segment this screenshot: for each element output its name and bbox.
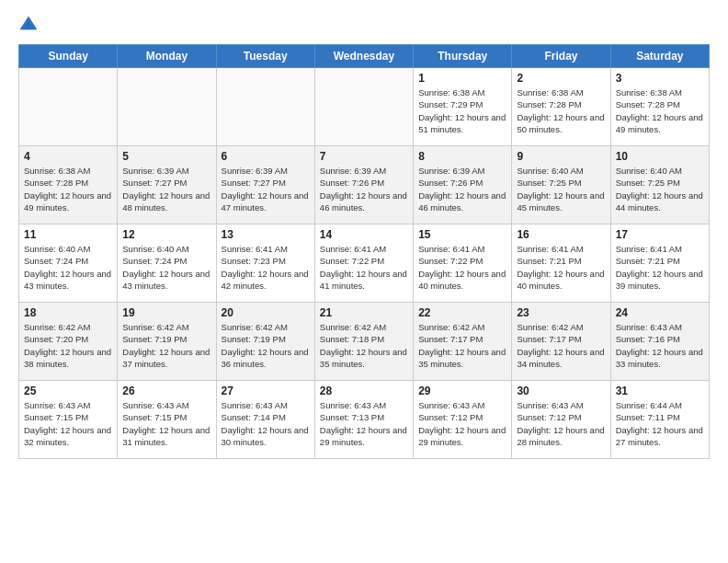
day-info: Sunrise: 6:42 AMSunset: 7:17 PMDaylight:… [517,321,605,370]
calendar-week-row: 18Sunrise: 6:42 AMSunset: 7:20 PMDayligh… [19,303,710,381]
calendar-cell: 18Sunrise: 6:42 AMSunset: 7:20 PMDayligh… [19,303,118,381]
calendar-cell: 20Sunrise: 6:42 AMSunset: 7:19 PMDayligh… [216,303,314,381]
calendar-cell: 21Sunrise: 6:42 AMSunset: 7:18 PMDayligh… [314,303,413,381]
day-header-friday: Friday [512,45,610,68]
day-info: Sunrise: 6:43 AMSunset: 7:15 PMDaylight:… [122,399,210,448]
calendar-cell: 11Sunrise: 6:40 AMSunset: 7:24 PMDayligh… [19,224,118,303]
day-number: 3 [616,72,704,85]
calendar-table: SundayMondayTuesdayWednesdayThursdayFrid… [18,44,710,459]
logo-icon [18,15,39,35]
day-number: 17 [616,228,704,241]
day-number: 24 [616,306,704,319]
calendar-cell: 25Sunrise: 6:43 AMSunset: 7:15 PMDayligh… [19,381,118,459]
day-info: Sunrise: 6:43 AMSunset: 7:13 PMDaylight:… [320,399,408,448]
calendar-cell: 14Sunrise: 6:41 AMSunset: 7:22 PMDayligh… [314,224,413,303]
day-number: 28 [320,385,408,397]
day-number: 8 [418,150,506,163]
day-number: 25 [24,385,112,397]
day-number: 14 [320,228,408,241]
day-info: Sunrise: 6:40 AMSunset: 7:25 PMDaylight:… [616,165,704,213]
logo [18,15,42,35]
day-info: Sunrise: 6:41 AMSunset: 7:22 PMDaylight:… [418,243,506,292]
day-header-thursday: Thursday [414,45,512,68]
page: SundayMondayTuesdayWednesdayThursdayFrid… [0,0,728,474]
day-info: Sunrise: 6:43 AMSunset: 7:12 PMDaylight:… [517,399,605,448]
day-info: Sunrise: 6:39 AMSunset: 7:26 PMDaylight:… [320,165,408,213]
day-number: 1 [418,72,506,85]
day-info: Sunrise: 6:42 AMSunset: 7:18 PMDaylight:… [320,321,408,370]
day-number: 15 [418,228,506,241]
calendar-cell: 12Sunrise: 6:40 AMSunset: 7:24 PMDayligh… [118,224,216,303]
day-header-tuesday: Tuesday [216,45,314,68]
day-info: Sunrise: 6:43 AMSunset: 7:15 PMDaylight:… [24,399,112,448]
day-number: 9 [517,150,605,163]
day-info: Sunrise: 6:43 AMSunset: 7:12 PMDaylight:… [418,399,506,448]
calendar-cell: 10Sunrise: 6:40 AMSunset: 7:25 PMDayligh… [610,146,709,224]
day-info: Sunrise: 6:39 AMSunset: 7:27 PMDaylight:… [222,165,310,213]
calendar-cell: 1Sunrise: 6:38 AMSunset: 7:29 PMDaylight… [414,68,512,146]
day-number: 11 [24,228,112,241]
day-header-saturday: Saturday [610,45,709,68]
day-number: 20 [222,306,310,319]
day-header-wednesday: Wednesday [314,45,413,68]
day-info: Sunrise: 6:41 AMSunset: 7:23 PMDaylight:… [222,243,310,292]
calendar-cell [314,68,413,146]
day-info: Sunrise: 6:41 AMSunset: 7:21 PMDaylight:… [517,243,605,292]
day-number: 16 [517,228,605,241]
day-number: 18 [24,306,112,319]
day-info: Sunrise: 6:39 AMSunset: 7:27 PMDaylight:… [122,165,210,213]
calendar-cell: 17Sunrise: 6:41 AMSunset: 7:21 PMDayligh… [610,224,709,303]
day-info: Sunrise: 6:39 AMSunset: 7:26 PMDaylight:… [418,165,506,213]
day-info: Sunrise: 6:38 AMSunset: 7:28 PMDaylight:… [616,86,704,135]
calendar-cell: 31Sunrise: 6:44 AMSunset: 7:11 PMDayligh… [610,381,709,459]
day-info: Sunrise: 6:38 AMSunset: 7:28 PMDaylight:… [517,86,605,135]
calendar-cell: 28Sunrise: 6:43 AMSunset: 7:13 PMDayligh… [314,381,413,459]
calendar-cell: 29Sunrise: 6:43 AMSunset: 7:12 PMDayligh… [414,381,512,459]
calendar-cell: 23Sunrise: 6:42 AMSunset: 7:17 PMDayligh… [512,303,610,381]
calendar-cell: 19Sunrise: 6:42 AMSunset: 7:19 PMDayligh… [118,303,216,381]
day-number: 12 [122,228,210,241]
day-number: 2 [517,72,605,85]
calendar-cell: 26Sunrise: 6:43 AMSunset: 7:15 PMDayligh… [118,381,216,459]
day-info: Sunrise: 6:40 AMSunset: 7:24 PMDaylight:… [24,243,112,292]
calendar-cell: 8Sunrise: 6:39 AMSunset: 7:26 PMDaylight… [414,146,512,224]
day-number: 27 [222,385,310,397]
calendar-cell: 9Sunrise: 6:40 AMSunset: 7:25 PMDaylight… [512,146,610,224]
day-info: Sunrise: 6:42 AMSunset: 7:19 PMDaylight:… [222,321,310,370]
calendar-cell: 22Sunrise: 6:42 AMSunset: 7:17 PMDayligh… [414,303,512,381]
day-number: 13 [222,228,310,241]
day-info: Sunrise: 6:42 AMSunset: 7:17 PMDaylight:… [418,321,506,370]
day-info: Sunrise: 6:42 AMSunset: 7:20 PMDaylight:… [24,321,112,370]
header [18,15,710,35]
calendar-cell: 16Sunrise: 6:41 AMSunset: 7:21 PMDayligh… [512,224,610,303]
day-info: Sunrise: 6:40 AMSunset: 7:24 PMDaylight:… [122,243,210,292]
calendar-cell [19,68,118,146]
day-info: Sunrise: 6:44 AMSunset: 7:11 PMDaylight:… [616,399,704,448]
calendar-cell [118,68,216,146]
day-number: 23 [517,306,605,319]
calendar-week-row: 11Sunrise: 6:40 AMSunset: 7:24 PMDayligh… [19,224,710,303]
day-number: 10 [616,150,704,163]
calendar-cell: 4Sunrise: 6:38 AMSunset: 7:28 PMDaylight… [19,146,118,224]
day-number: 19 [122,306,210,319]
calendar-cell: 3Sunrise: 6:38 AMSunset: 7:28 PMDaylight… [610,68,709,146]
calendar-cell: 27Sunrise: 6:43 AMSunset: 7:14 PMDayligh… [216,381,314,459]
day-info: Sunrise: 6:41 AMSunset: 7:22 PMDaylight:… [320,243,408,292]
day-number: 6 [222,150,310,163]
calendar-cell: 6Sunrise: 6:39 AMSunset: 7:27 PMDaylight… [216,146,314,224]
day-header-monday: Monday [118,45,216,68]
day-info: Sunrise: 6:38 AMSunset: 7:28 PMDaylight:… [24,165,112,213]
calendar-cell: 30Sunrise: 6:43 AMSunset: 7:12 PMDayligh… [512,381,610,459]
day-info: Sunrise: 6:42 AMSunset: 7:19 PMDaylight:… [122,321,210,370]
day-number: 30 [517,385,605,397]
calendar-cell [216,68,314,146]
day-info: Sunrise: 6:43 AMSunset: 7:14 PMDaylight:… [222,399,310,448]
day-number: 4 [24,150,112,163]
calendar-cell: 15Sunrise: 6:41 AMSunset: 7:22 PMDayligh… [414,224,512,303]
day-number: 5 [122,150,210,163]
calendar-cell: 13Sunrise: 6:41 AMSunset: 7:23 PMDayligh… [216,224,314,303]
day-number: 31 [616,385,704,397]
day-info: Sunrise: 6:43 AMSunset: 7:16 PMDaylight:… [616,321,704,370]
calendar-week-row: 25Sunrise: 6:43 AMSunset: 7:15 PMDayligh… [19,381,710,459]
day-number: 21 [320,306,408,319]
